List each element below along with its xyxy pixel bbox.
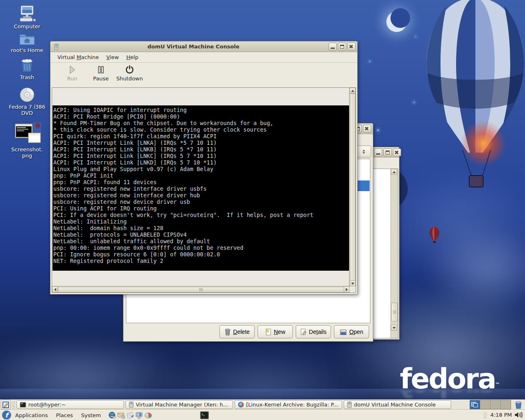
speaker-icon[interactable]	[514, 411, 523, 418]
web-browser-launcher-icon[interactable]	[108, 411, 116, 419]
task-button-terminal[interactable]: root@hyper:~	[16, 400, 124, 409]
console-titlebar[interactable]: domU Virtual Machine Console	[50, 41, 357, 52]
maximize-button[interactable]	[338, 43, 346, 50]
open-button[interactable]: Open	[334, 325, 369, 338]
launcher-group	[108, 411, 152, 419]
trash-applet-icon	[515, 401, 523, 409]
desktop-icon-fedora-dvd[interactable]: Fedora 7 i386 DVD	[7, 87, 47, 116]
menu-help[interactable]: Help	[123, 53, 142, 62]
browser-content	[372, 169, 398, 338]
console-line: PCI quirk: region 1f40-1f7f claimed by P…	[53, 133, 349, 139]
system-menu[interactable]: System	[77, 410, 105, 420]
shutdown-button[interactable]: Shutdown	[115, 65, 144, 82]
pause-icon	[97, 65, 105, 74]
console-line: ACPI: Using IOAPIC for interrupt routing	[53, 107, 349, 113]
console-line: * Found PM-Timer Bug on the chipset. Due…	[53, 120, 349, 126]
presentation-launcher-icon[interactable]	[135, 411, 143, 419]
panel-drag-handle[interactable]	[484, 412, 487, 418]
word-processor-launcher-icon[interactable]	[126, 411, 134, 419]
horizontal-scrollbar[interactable]	[52, 286, 349, 292]
console-line: usbcore: registered new interface driver…	[53, 192, 349, 199]
close-button[interactable]	[393, 148, 401, 156]
console-line: NetLabel: Initializing	[53, 218, 349, 225]
workspace-1[interactable]	[470, 400, 480, 409]
close-icon	[393, 149, 401, 156]
scroll-thumb[interactable]	[391, 303, 398, 322]
trash-applet[interactable]	[514, 400, 523, 409]
moon	[386, 11, 407, 32]
vertical-scroll-thumb[interactable]	[350, 94, 356, 281]
email-launcher-icon[interactable]	[117, 411, 125, 419]
terminal-launcher[interactable]	[200, 411, 209, 420]
workspace-switcher[interactable]	[470, 400, 511, 409]
menu-virtual-machine[interactable]: Virtual Machine	[54, 53, 103, 62]
workspace-3[interactable]	[491, 400, 501, 409]
minimize-icon	[376, 153, 380, 155]
browser-vertical-scrollbar[interactable]	[390, 169, 398, 338]
browser-titlebar[interactable]	[372, 147, 399, 158]
desktop-icon-trash[interactable]: Trash	[7, 58, 47, 80]
console-window[interactable]: domU Virtual Machine Console Virtual Mac…	[50, 41, 358, 294]
maximize-button[interactable]	[383, 148, 392, 156]
desktop-icon-computer[interactable]: Computer	[7, 5, 47, 30]
window-list-panel: root@hyper:~ Virtual Machine Manager (Xe…	[0, 399, 525, 410]
close-button[interactable]	[347, 43, 356, 50]
view-dropdown[interactable]	[356, 146, 371, 158]
clock-area: 4:18 PM	[482, 410, 523, 420]
task-button-console[interactable]: domU Virtual Machine Console	[344, 400, 451, 409]
desktop-screen: fedora™ fedora Computer root's Home	[0, 0, 525, 420]
fedora-menu-icon[interactable]: f	[2, 411, 11, 420]
spreadsheet-launcher-icon[interactable]	[144, 411, 152, 419]
close-icon	[348, 43, 355, 50]
task-button-browser[interactable]: [Linux-Kernel Archive: Bugzilla: P...	[235, 400, 342, 409]
dvd-disc-icon	[19, 87, 35, 103]
shutdown-icon	[125, 65, 134, 74]
button-label: New	[274, 329, 285, 335]
clock[interactable]: 4:18 PM	[491, 412, 512, 418]
places-menu[interactable]: Places	[52, 410, 77, 420]
vm-console-output[interactable]: ACPI: Using IOAPIC for interrupt routing…	[52, 105, 349, 271]
spinner-up-icon	[363, 148, 365, 151]
arrow-left-icon	[52, 288, 56, 291]
image-thumbnail-icon	[12, 121, 42, 145]
desktop-icon-label: Fedora 7 i386 DVD	[9, 104, 45, 116]
run-button[interactable]: Run	[58, 65, 87, 82]
console-line: ACPI: PCI Interrupt Link [LNKA] (IRQs *5…	[53, 139, 349, 146]
desktop-icon-screenshot[interactable]: Screenshot.png	[7, 121, 47, 159]
task-label: domU Virtual Machine Console	[354, 402, 436, 408]
home-folder-icon	[19, 33, 35, 46]
close-button[interactable]	[363, 125, 371, 132]
workspace-2[interactable]	[480, 400, 491, 409]
details-button[interactable]: Details	[296, 325, 331, 338]
console-line: Linux Plug and Play Support v0.97 (c) Ad…	[53, 166, 349, 172]
desktop-icon-roots-home[interactable]: root's Home	[7, 33, 47, 53]
small-balloon	[429, 226, 440, 244]
scroll-down-button[interactable]	[391, 325, 397, 331]
console-line: ACPI: PCI Interrupt Link [LNKB] (IRQs 5 …	[53, 146, 349, 153]
delete-button[interactable]: Delete	[219, 325, 255, 338]
pause-button[interactable]: Pause	[87, 65, 115, 82]
menu-view[interactable]: View	[103, 53, 123, 62]
scroll-up-button[interactable]	[349, 88, 356, 94]
background-browser-window[interactable]	[371, 147, 399, 340]
minimize-button[interactable]	[374, 148, 382, 156]
console-line: NetLabel: domain hash size = 128	[53, 225, 349, 231]
workspace-4[interactable]	[501, 400, 511, 409]
scroll-right-button[interactable]	[344, 286, 349, 292]
show-desktop-button[interactable]	[1, 400, 11, 409]
scroll-up-button[interactable]	[391, 169, 397, 175]
arrow-up-icon	[393, 169, 396, 173]
desktop-icon-label: Screenshot.png	[11, 146, 43, 159]
run-icon	[68, 65, 76, 74]
horizontal-scroll-thumb[interactable]	[58, 287, 344, 292]
task-button-vmm[interactable]: Virtual Machine Manager (Xen: h...	[126, 400, 233, 409]
vertical-scrollbar[interactable]	[349, 88, 356, 286]
panel-drag-handle[interactable]	[12, 401, 15, 409]
scroll-down-button[interactable]	[349, 281, 356, 286]
applications-menu[interactable]: Applications	[11, 410, 52, 420]
console-line: _	[53, 264, 349, 271]
minimize-button[interactable]	[329, 43, 337, 50]
virtual-machine-icon	[129, 402, 134, 408]
new-button[interactable]: New	[258, 325, 293, 338]
scroll-left-button[interactable]	[52, 286, 58, 292]
